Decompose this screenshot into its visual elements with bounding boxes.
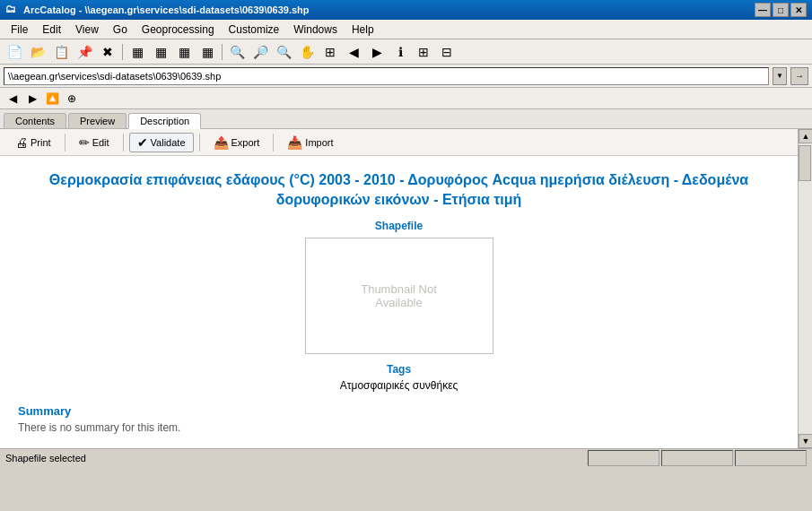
small-toolbar-up-btn[interactable]: 🔼 (43, 91, 61, 107)
sep-edit (123, 134, 124, 152)
menu-go[interactable]: Go (106, 22, 135, 38)
thumbnail-not-available: Thumbnail Not Available (361, 282, 437, 309)
toolbar-grid2-btn[interactable]: ▦ (150, 42, 171, 62)
thumbnail-box: Thumbnail Not Available (305, 238, 493, 354)
toolbar-copy-btn[interactable]: 📋 (50, 42, 72, 62)
import-button[interactable]: 📥 Import (279, 133, 341, 152)
status-panels (588, 450, 807, 466)
action-toolbar: 🖨 Print ✏ Edit ✔ Validate 📤 Export 📥 Imp… (0, 129, 798, 156)
thumbnail-line1: Thumbnail Not (361, 282, 437, 296)
small-toolbar: ◀ ▶ 🔼 ⊕ (0, 88, 812, 109)
print-label: Print (31, 137, 51, 148)
close-button[interactable]: ✕ (790, 3, 807, 17)
status-panel-2 (661, 450, 733, 466)
description-content: Θερμοκρασία επιφάνειας εδάφους (°C) 2003… (0, 156, 798, 448)
tabs-bar: Contents Preview Description (0, 109, 812, 129)
vertical-scrollbar: ▲ ▼ (798, 129, 812, 448)
edit-icon: ✏ (79, 135, 90, 150)
toolbar-search-btn[interactable]: 🔍 (226, 42, 248, 62)
toolbar-extent-btn[interactable]: ⊞ (319, 42, 341, 62)
sep-export (273, 134, 274, 152)
scroll-down-btn[interactable]: ▼ (799, 434, 812, 448)
thumbnail-line2: Available (361, 296, 437, 309)
menu-customize[interactable]: Customize (222, 22, 287, 38)
validate-label: Validate (151, 137, 186, 148)
sep-validate (199, 134, 200, 152)
sep-print (65, 134, 65, 152)
toolbar-pan-btn[interactable]: ✋ (296, 42, 318, 62)
toolbar-grid4-btn[interactable]: ▦ (196, 42, 218, 62)
tags-value: Ατμοσφαιρικές συνθήκες (18, 379, 780, 392)
print-button[interactable]: 🖨 Print (7, 133, 59, 152)
menu-windows[interactable]: Windows (286, 22, 345, 38)
content-panel: 🖨 Print ✏ Edit ✔ Validate 📤 Export 📥 Imp… (0, 129, 812, 448)
address-dropdown-btn[interactable]: ▼ (773, 67, 787, 85)
main-toolbar: 📄 📂 📋 📌 ✖ ▦ ▦ ▦ ▦ 🔍 🔎 🔍 ✋ ⊞ ◀ ▶ ℹ ⊞ ⊟ (0, 39, 812, 65)
toolbar-open-btn[interactable]: 📂 (27, 42, 48, 62)
tab-description[interactable]: Description (128, 113, 201, 129)
scroll-track[interactable] (799, 143, 812, 434)
small-toolbar-connect-btn[interactable]: ⊕ (63, 91, 81, 107)
title-bar: 🗂 ArcCatalog - \\aegean.gr\services\sdi-… (0, 0, 812, 20)
small-toolbar-back-btn[interactable]: ◀ (4, 91, 22, 107)
toolbar-back-btn[interactable]: ◀ (343, 42, 364, 62)
edit-label: Edit (92, 137, 109, 148)
scroll-thumb[interactable] (799, 145, 811, 181)
tags-label: Tags (18, 363, 780, 376)
menu-view[interactable]: View (68, 22, 106, 38)
title-bar-text: ArcCatalog - \\aegean.gr\services\sdi-da… (23, 4, 755, 15)
status-panel-3 (735, 450, 807, 466)
separator-2 (222, 44, 223, 60)
toolbar-expand-btn[interactable]: ⊟ (436, 42, 458, 62)
toolbar-forward-btn[interactable]: ▶ (366, 42, 388, 62)
status-text: Shapefile selected (5, 453, 588, 463)
address-go-btn[interactable]: → (790, 67, 808, 85)
minimize-button[interactable]: — (755, 3, 771, 17)
menu-file[interactable]: File (4, 22, 35, 38)
validate-icon: ✔ (137, 135, 148, 150)
toolbar-new-btn[interactable]: 📄 (4, 42, 25, 62)
maximize-button[interactable]: □ (773, 3, 789, 17)
print-icon: 🖨 (15, 135, 28, 150)
toolbar-paste-btn[interactable]: 📌 (74, 42, 95, 62)
edit-button[interactable]: ✏ Edit (71, 133, 118, 152)
status-bar: Shapefile selected (0, 448, 812, 468)
menu-help[interactable]: Help (345, 22, 381, 38)
toolbar-grid1-btn[interactable]: ▦ (127, 42, 148, 62)
summary-text: There is no summary for this item. (18, 421, 780, 434)
menu-bar: File Edit View Go Geoprocessing Customiz… (0, 20, 812, 39)
menu-edit[interactable]: Edit (35, 22, 68, 38)
toolbar-zoom-in-btn[interactable]: 🔎 (249, 42, 271, 62)
toolbar-grid3-btn[interactable]: ▦ (173, 42, 195, 62)
app-icon: 🗂 (5, 3, 20, 17)
summary-heading: Summary (18, 404, 780, 418)
toolbar-delete-btn[interactable]: ✖ (97, 42, 118, 62)
menu-geoprocessing[interactable]: Geoprocessing (135, 22, 222, 38)
title-bar-buttons: — □ ✕ (755, 3, 807, 17)
small-toolbar-forward-btn[interactable]: ▶ (23, 91, 41, 107)
document-title: Θερμοκρασία επιφάνειας εδάφους (°C) 2003… (18, 170, 780, 211)
status-panel-1 (588, 450, 659, 466)
scroll-up-btn[interactable]: ▲ (799, 129, 812, 143)
toolbar-info-btn[interactable]: ℹ (389, 42, 411, 62)
tab-preview[interactable]: Preview (68, 113, 127, 128)
toolbar-table-btn[interactable]: ⊞ (413, 42, 434, 62)
toolbar-zoom-out-btn[interactable]: 🔍 (273, 42, 294, 62)
tab-contents[interactable]: Contents (4, 113, 66, 128)
export-icon: 📤 (214, 135, 229, 150)
address-input[interactable] (4, 67, 769, 85)
separator-1 (122, 44, 123, 60)
address-bar: ▼ → (0, 65, 812, 88)
import-icon: 📥 (287, 135, 302, 150)
export-label: Export (231, 137, 260, 148)
shapefile-label: Shapefile (18, 220, 780, 232)
import-label: Import (305, 137, 333, 148)
export-button[interactable]: 📤 Export (205, 133, 268, 152)
validate-button[interactable]: ✔ Validate (129, 133, 194, 152)
